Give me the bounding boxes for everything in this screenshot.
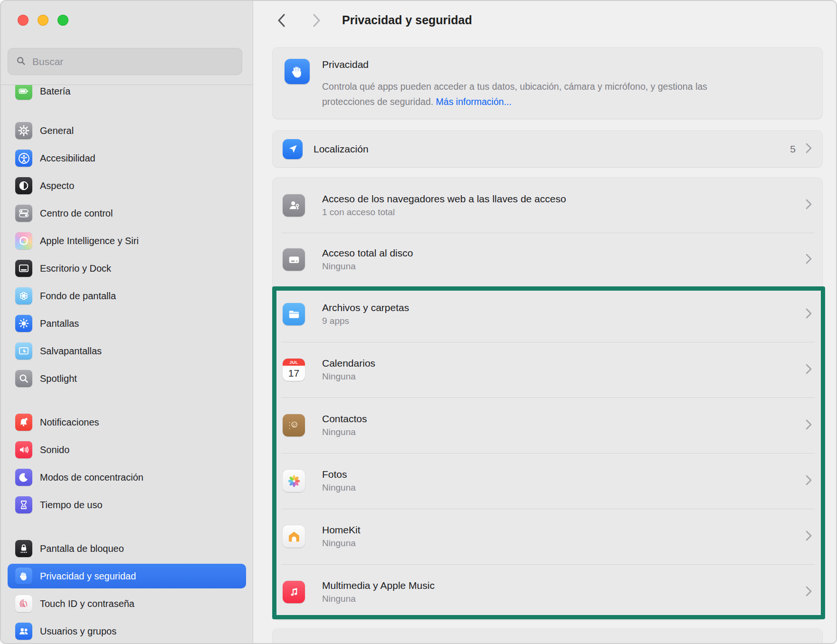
sidebar-item-label: Privacidad y seguridad <box>40 571 136 582</box>
sidebar-item-screensaver[interactable]: Salvapantallas <box>8 339 246 363</box>
sidebar-item-battery[interactable]: Batería <box>8 85 246 104</box>
fingerprint-icon <box>15 595 32 612</box>
sidebar-item-focus[interactable]: Modos de concentración <box>8 465 246 490</box>
sidebar-item-notifications[interactable]: Notificaciones <box>8 410 246 435</box>
search-input[interactable] <box>32 56 234 67</box>
full-disk-access-row[interactable]: Acceso total al disco Ninguna <box>273 233 822 286</box>
sidebar-item-displays[interactable]: Pantallas <box>8 311 246 336</box>
chevron-right-icon <box>806 308 812 321</box>
privacy-hand-icon <box>15 568 32 585</box>
calendar-day-label: 17 <box>283 366 305 381</box>
screensaver-icon <box>15 342 32 360</box>
contacts-row[interactable]: Contactos Ninguna <box>273 398 822 453</box>
notifications-icon <box>15 414 32 431</box>
sidebar-item-privacy-security[interactable]: Privacidad y seguridad <box>8 564 246 588</box>
sidebar-item-label: Notificaciones <box>40 417 99 428</box>
search-field[interactable] <box>8 48 242 75</box>
sidebar-item-appearance[interactable]: Aspecto <box>8 173 246 198</box>
sidebar-item-apple-intelligence[interactable]: Apple Intelligence y Siri <box>8 228 246 253</box>
row-subtitle: 9 apps <box>322 316 409 326</box>
chevron-right-icon <box>806 199 812 211</box>
reminders-row[interactable]: Recordatorios <box>273 629 822 644</box>
row-title: Multimedia y Apple Music <box>322 580 435 591</box>
person-key-icon <box>283 194 305 217</box>
location-card: Localización 5 <box>273 131 822 167</box>
sidebar-item-accessibility[interactable]: Accesibilidad <box>8 146 246 170</box>
system-settings-window: Batería General Accesibilidad Aspecto <box>0 0 837 644</box>
location-arrow-icon <box>283 139 303 159</box>
calendar-icon: JUL 17 <box>283 359 305 381</box>
sidebar-item-screen-time[interactable]: Tiempo de uso <box>8 492 246 517</box>
spotlight-icon <box>15 370 32 387</box>
chevron-right-icon <box>806 475 812 487</box>
row-title: Archivos y carpetas <box>322 302 409 313</box>
sidebar: Batería General Accesibilidad Aspecto <box>1 1 253 643</box>
chevron-right-icon <box>806 254 812 266</box>
page-title: Privacidad y seguridad <box>342 13 472 27</box>
sidebar-item-label: Spotlight <box>40 373 77 384</box>
sidebar-item-control-center[interactable]: Centro de control <box>8 201 246 226</box>
media-apple-music-row[interactable]: Multimedia y Apple Music Ninguna <box>273 564 822 620</box>
calendars-row[interactable]: JUL 17 Calendarios Ninguna <box>273 342 822 398</box>
desktop-dock-icon <box>15 260 32 277</box>
sidebar-item-label: Aspecto <box>40 180 74 191</box>
row-title: Acceso total al disco <box>322 247 413 259</box>
focus-moon-icon <box>15 469 32 486</box>
sidebar-item-users-groups[interactable]: Usuarios y grupos <box>8 619 246 643</box>
sidebar-item-general[interactable]: General <box>8 118 246 143</box>
sidebar-item-lock-screen[interactable]: Pantalla de bloqueo <box>8 536 246 561</box>
row-title: Localización <box>314 143 369 155</box>
files-folders-row[interactable]: Archivos y carpetas 9 apps <box>273 286 822 342</box>
sidebar-item-label: Sonido <box>40 445 69 455</box>
sidebar-item-label: Batería <box>40 86 70 97</box>
wallpaper-icon <box>15 287 32 304</box>
hard-disk-icon <box>283 248 305 271</box>
back-button[interactable] <box>275 11 288 29</box>
chevron-right-icon <box>806 419 812 432</box>
row-subtitle: Ninguna <box>322 261 413 272</box>
row-subtitle: Ninguna <box>322 427 367 437</box>
sidebar-item-touch-id[interactable]: Touch ID y contraseña <box>8 591 246 616</box>
privacy-summary-card: Privacidad Controla qué apps pueden acce… <box>273 47 822 119</box>
sidebar-item-label: Escritorio y Dock <box>40 263 111 274</box>
sidebar-item-label: Tiempo de uso <box>40 500 103 511</box>
passkeys-access-row[interactable]: Acceso de los navegadores web a las llav… <box>273 178 822 233</box>
sidebar-item-label: Apple Intelligence y Siri <box>40 236 139 246</box>
sidebar-item-desktop-dock[interactable]: Escritorio y Dock <box>8 256 246 281</box>
row-title: HomeKit <box>322 524 361 536</box>
sound-icon <box>15 441 32 458</box>
chevron-right-icon <box>806 364 812 376</box>
sidebar-item-label: Centro de control <box>40 208 113 219</box>
privacy-card-title: Privacidad <box>322 59 369 70</box>
users-icon <box>15 623 32 640</box>
privacy-card-description: Controla qué apps pueden acceder a tus d… <box>322 79 735 109</box>
location-row[interactable]: Localización 5 <box>273 131 822 167</box>
sidebar-item-label: Pantalla de bloqueo <box>40 543 124 554</box>
homekit-row[interactable]: HomeKit Ninguna <box>273 509 822 564</box>
accessibility-icon <box>15 150 32 167</box>
sidebar-item-label: Accesibilidad <box>40 153 95 164</box>
sidebar-item-label: Fondo de pantalla <box>40 291 116 302</box>
chevron-right-icon <box>806 530 812 543</box>
minimize-window-button[interactable] <box>38 15 48 26</box>
close-window-button[interactable] <box>18 15 29 26</box>
forward-button[interactable] <box>310 11 323 29</box>
calendar-month-label: JUL <box>283 359 305 366</box>
sidebar-item-spotlight[interactable]: Spotlight <box>8 366 246 391</box>
sidebar-item-sound[interactable]: Sonido <box>8 437 246 462</box>
main-pane: Privacidad y seguridad Privacidad Contro… <box>254 1 836 643</box>
sidebar-item-label: Pantallas <box>40 318 79 329</box>
row-title: Acceso de los navegadores web a las llav… <box>322 193 566 205</box>
location-count-badge: 5 <box>790 143 796 155</box>
control-center-icon <box>15 205 32 222</box>
row-subtitle: Ninguna <box>322 594 435 604</box>
displays-icon <box>15 315 32 332</box>
photos-row[interactable]: Fotos Ninguna <box>273 453 822 509</box>
sidebar-item-wallpaper[interactable]: Fondo de pantalla <box>8 284 246 308</box>
search-icon <box>16 56 26 68</box>
more-info-link[interactable]: Más información... <box>436 96 512 107</box>
chevron-right-icon <box>806 586 812 598</box>
zoom-window-button[interactable] <box>57 15 68 26</box>
sidebar-item-label: Modos de concentración <box>40 472 143 483</box>
gear-icon <box>15 122 32 139</box>
